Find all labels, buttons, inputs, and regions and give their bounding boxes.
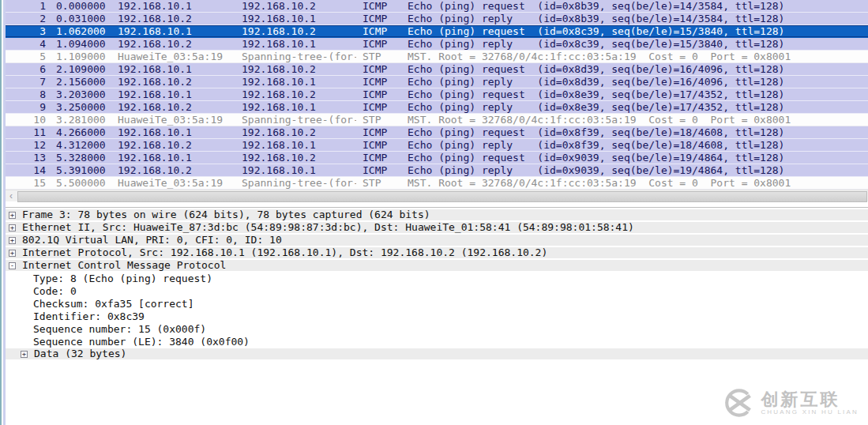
detail-text: Ethernet II, Src: HuaweiTe_87:3d:bc (54:…	[22, 222, 634, 233]
packet-source: 192.168.10.2	[111, 164, 235, 176]
packet-info: Echo (ping) reply (id=0x8d39, seq(be/le)…	[401, 76, 868, 88]
packet-info: Echo (ping) request (id=0x8b39, seq(be/l…	[401, 0, 868, 12]
packet-source: HuaweiTe_03:5a:19	[111, 114, 235, 126]
detail-row[interactable]: + Frame 3: 78 bytes on wire (624 bits), …	[6, 209, 868, 222]
expander-icon[interactable]: +	[9, 250, 16, 257]
packet-destination: 192.168.10.2	[235, 63, 356, 75]
packet-time: 3.281000	[50, 114, 111, 126]
detail-row[interactable]: Sequence number (LE): 3840 (0x0f00)	[6, 336, 868, 348]
packet-no: 4	[6, 38, 50, 50]
packet-row[interactable]: 14 5.391000 192.168.10.2 192.168.10.1 IC…	[6, 164, 868, 177]
packet-no: 2	[6, 13, 50, 24]
detail-row[interactable]: Code: 0	[6, 285, 868, 298]
packet-time: 3.203000	[50, 88, 111, 100]
packet-row[interactable]: 6 2.109000 192.168.10.1 192.168.10.2 ICM…	[6, 63, 868, 76]
packet-source: 192.168.10.1	[111, 152, 235, 164]
packet-time: 1.094000	[50, 38, 111, 50]
packet-no: 8	[6, 88, 50, 100]
packet-protocol: ICMP	[356, 0, 401, 12]
packet-source: 192.168.10.2	[111, 101, 235, 113]
packet-info: Echo (ping) reply (id=0x9039, seq(be/le)…	[401, 164, 868, 176]
packet-time: 5.328000	[50, 152, 111, 164]
packet-source: HuaweiTe_03:5a:19	[111, 177, 235, 189]
detail-text: Sequence number: 15 (0x000f)	[33, 324, 206, 335]
expander-icon[interactable]: +	[9, 237, 16, 244]
packet-details-pane: + Frame 3: 78 bytes on wire (624 bits), …	[6, 207, 868, 361]
cx-logo-icon	[720, 386, 755, 420]
packet-row[interactable]: 10 3.281000 HuaweiTe_03:5a:19 Spanning-t…	[6, 114, 868, 126]
packet-time: 0.000000	[50, 0, 111, 12]
packet-protocol: ICMP	[356, 76, 401, 88]
packet-info: Echo (ping) request (id=0x9039, seq(be/l…	[401, 152, 868, 164]
detail-row[interactable]: - Internet Control Message Protocol	[6, 260, 868, 273]
packet-protocol: ICMP	[356, 38, 401, 50]
packet-row[interactable]: 9 3.250000 192.168.10.2 192.168.10.1 ICM…	[6, 101, 868, 114]
detail-text: Checksum: 0xfa35 [correct]	[33, 299, 194, 310]
packet-row[interactable]: 4 1.094000 192.168.10.2 192.168.10.1 ICM…	[6, 38, 868, 51]
packet-destination: 192.168.10.1	[235, 139, 356, 151]
packet-source: 192.168.10.1	[111, 88, 235, 100]
packet-destination: 192.168.10.2	[235, 25, 356, 37]
packet-time: 3.250000	[50, 101, 111, 113]
detail-row[interactable]: + Internet Protocol, Src: 192.168.10.1 (…	[6, 247, 868, 260]
detail-text: Code: 0	[33, 286, 77, 297]
packet-time: 0.031000	[50, 13, 111, 24]
packet-time: 5.500000	[50, 177, 111, 189]
packet-info: MST. Root = 32768/0/4c:1f:cc:03:5a:19 Co…	[401, 114, 868, 126]
packet-destination: Spanning-tree-(for-	[235, 114, 356, 126]
packet-protocol: ICMP	[356, 88, 401, 100]
packet-row[interactable]: 3 1.062000 192.168.10.1 192.168.10.2 ICM…	[6, 25, 868, 38]
packet-no: 1	[6, 0, 50, 12]
packet-info: Echo (ping) reply (id=0x8e39, seq(be/le)…	[401, 101, 868, 113]
packet-protocol: ICMP	[356, 126, 401, 138]
expander-icon[interactable]: +	[9, 224, 16, 231]
packet-row[interactable]: 8 3.203000 192.168.10.1 192.168.10.2 ICM…	[6, 88, 868, 101]
expander-icon[interactable]: -	[9, 262, 16, 269]
detail-row[interactable]: + 802.1Q Virtual LAN, PRI: 0, CFI: 0, ID…	[6, 235, 868, 247]
detail-row[interactable]: Identifier: 0x8c39	[6, 310, 868, 323]
packet-destination: 192.168.10.1	[235, 164, 356, 176]
packet-protocol: ICMP	[356, 13, 401, 24]
packet-row[interactable]: 1 0.000000 192.168.10.1 192.168.10.2 ICM…	[6, 0, 868, 13]
expander-icon[interactable]: +	[9, 212, 16, 219]
packet-info: Echo (ping) reply (id=0x8c39, seq(be/le)…	[401, 38, 868, 50]
packet-info: MST. Root = 32768/0/4c:1f:cc:03:5a:19 Co…	[401, 177, 868, 189]
detail-row[interactable]: Sequence number: 15 (0x000f)	[6, 323, 868, 336]
detail-row[interactable]: Type: 8 (Echo (ping) request)	[6, 273, 868, 285]
scrollbar-thumb[interactable]	[17, 191, 867, 202]
packet-time: 4.312000	[50, 139, 111, 151]
scroll-left-arrow-icon[interactable]: ‹	[6, 190, 17, 202]
packet-info: Echo (ping) reply (id=0x8f39, seq(be/le)…	[401, 139, 868, 151]
packet-protocol: ICMP	[356, 152, 401, 164]
packet-row[interactable]: 5 1.109000 HuaweiTe_03:5a:19 Spanning-tr…	[6, 51, 868, 63]
packet-row[interactable]: 7 2.156000 192.168.10.2 192.168.10.1 ICM…	[6, 76, 868, 88]
packet-row[interactable]: 11 4.266000 192.168.10.1 192.168.10.2 IC…	[6, 126, 868, 139]
packet-no: 10	[6, 114, 50, 126]
packet-list-hscrollbar[interactable]: ‹	[6, 190, 868, 201]
detail-text: Internet Control Message Protocol	[22, 260, 226, 271]
packet-no: 6	[6, 63, 50, 75]
expander-icon[interactable]: +	[21, 351, 28, 358]
packet-no: 14	[6, 164, 50, 176]
packet-row[interactable]: 15 5.500000 HuaweiTe_03:5a:19 Spanning-t…	[6, 177, 868, 190]
packet-row[interactable]: 13 5.328000 192.168.10.1 192.168.10.2 IC…	[6, 152, 868, 164]
packet-no: 7	[6, 76, 50, 88]
detail-row[interactable]: + Ethernet II, Src: HuaweiTe_87:3d:bc (5…	[6, 222, 868, 235]
packet-no: 13	[6, 152, 50, 164]
packet-row[interactable]: 2 0.031000 192.168.10.2 192.168.10.1 ICM…	[6, 13, 868, 25]
packet-protocol: ICMP	[356, 101, 401, 113]
packet-source: 192.168.10.1	[111, 126, 235, 138]
packet-row[interactable]: 12 4.312000 192.168.10.2 192.168.10.1 IC…	[6, 139, 868, 152]
detail-text: Data (32 bytes)	[34, 348, 126, 359]
window-edge-strip	[0, 0, 6, 425]
packet-destination: 192.168.10.2	[235, 126, 356, 138]
detail-row[interactable]: Checksum: 0xfa35 [correct]	[6, 298, 868, 310]
packet-source: 192.168.10.1	[111, 25, 235, 37]
detail-row[interactable]: + Data (32 bytes)	[6, 348, 868, 361]
packet-protocol: ICMP	[356, 139, 401, 151]
packet-no: 11	[6, 126, 50, 138]
packet-no: 3	[6, 25, 50, 37]
detail-text: Frame 3: 78 bytes on wire (624 bits), 78…	[22, 209, 430, 220]
packet-destination: Spanning-tree-(for-	[235, 51, 356, 62]
packet-no: 15	[6, 177, 50, 189]
